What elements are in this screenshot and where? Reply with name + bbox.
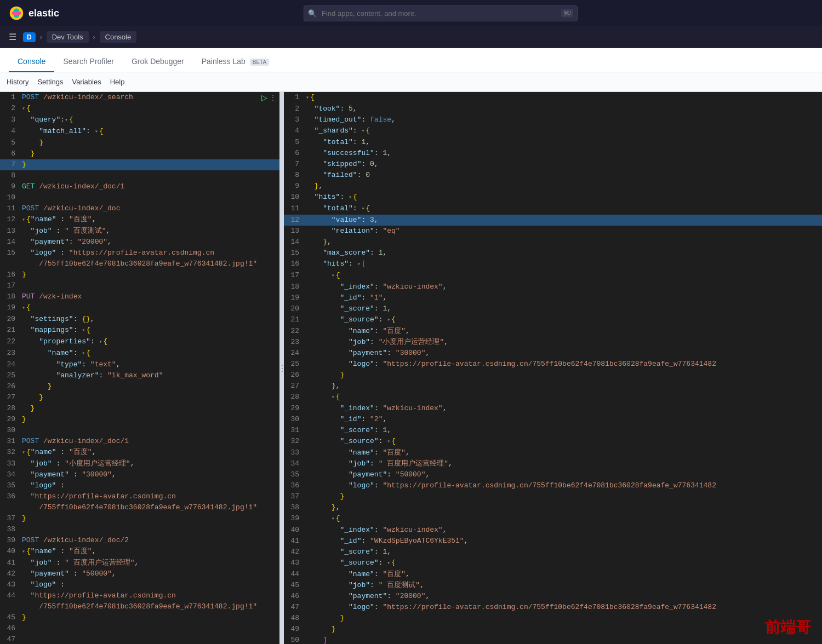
hamburger-button[interactable]: ☰ xyxy=(7,30,19,44)
editor-line-41: 41 "job" : " 百度用户运营经理", xyxy=(0,557,279,568)
editor-line-24: 24 "type": "text", xyxy=(0,359,279,370)
editor-line-27: 27 } xyxy=(0,392,279,403)
output-line-19: 19 "_id": "1", xyxy=(284,292,822,303)
editor-line-18: 18 PUT /wzk-index xyxy=(0,291,279,302)
line-actions: ▷ ⋮ xyxy=(261,92,279,103)
breadcrumb-chevron: › xyxy=(40,33,42,41)
beta-badge: BETA xyxy=(250,59,269,66)
output-line-48: 48 } xyxy=(284,613,822,624)
elastic-logo-text: elastic xyxy=(28,8,59,19)
output-line-27: 27 }, xyxy=(284,381,822,392)
editor-line-46: 46 xyxy=(0,623,279,634)
editor-line-37: 37 } xyxy=(0,513,279,524)
editor-line-44b: /755ff10be62f4e7081bc36028fa9eafe_w77634… xyxy=(0,601,279,612)
editor-line-3: 3 "query":▾{ xyxy=(0,114,279,126)
output-line-46: 46 "payment": "20000", xyxy=(284,591,822,602)
tab-painless-lab[interactable]: Painless Lab BETA xyxy=(193,51,278,72)
output-line-36: 36 "logo": "https://profile-avatar.csdni… xyxy=(284,480,822,491)
output-line-35: 35 "payment": "50000", xyxy=(284,469,822,480)
output-panel[interactable]: 1 ▾{ 2 "took": 5, 3 "timed_out": false, … xyxy=(284,92,822,644)
output-line-9: 9 }, xyxy=(284,181,822,192)
editor-line-10: 10 xyxy=(0,192,279,203)
editor-line-22: 22 "properties": ▾{ xyxy=(0,336,279,348)
dev-tools-badge: D xyxy=(23,32,36,42)
editor-line-14: 14 "payment": "20000", xyxy=(0,237,279,248)
output-line-43: 43 "_source": ▾{ xyxy=(284,557,822,569)
output-line-17: 17 ▾{ xyxy=(284,270,822,281)
search-shortcut: ⌘/ xyxy=(561,9,573,18)
tab-search-profiler[interactable]: Search Profiler xyxy=(54,51,123,72)
global-search-input[interactable] xyxy=(304,5,578,21)
output-line-16: 16 "hits": ▾[ xyxy=(284,258,822,270)
output-line-1: 1 ▾{ xyxy=(284,92,822,104)
editor-line-1: 1 POST /wzkicu-index/_search ▷ ⋮ xyxy=(0,92,279,103)
output-line-39: 39 ▾{ xyxy=(284,513,822,525)
breadcrumb-chevron-2: › xyxy=(93,33,95,41)
editor-line-13: 13 "job" : " 百度测试", xyxy=(0,226,279,237)
help-button[interactable]: Help xyxy=(110,76,125,88)
variables-button[interactable]: Variables xyxy=(72,76,101,88)
editor-line-20: 20 "settings": {}, xyxy=(0,314,279,325)
dev-tools-link[interactable]: Dev Tools xyxy=(47,31,89,43)
editor-line-7: 7 } xyxy=(0,159,279,170)
svg-point-2 xyxy=(12,11,21,16)
console-link[interactable]: Console xyxy=(100,31,137,43)
settings-button[interactable]: Settings xyxy=(37,76,63,88)
output-line-2: 2 "took": 5, xyxy=(284,104,822,114)
output-line-49: 49 } xyxy=(284,624,822,635)
tab-grok-debugger[interactable]: Grok Debugger xyxy=(123,51,193,72)
resize-handle[interactable]: ⋮ xyxy=(279,92,284,644)
editor-line-26: 26 } xyxy=(0,381,279,392)
editor-line-2: 2 ▾{ xyxy=(0,103,279,114)
output-line-6: 6 "successful": 1, xyxy=(284,148,822,159)
output-line-33: 33 "name": "百度", xyxy=(284,447,822,458)
elastic-logo[interactable]: elastic xyxy=(9,5,59,21)
output-line-13: 13 "relation": "eq" xyxy=(284,226,822,237)
output-line-20: 20 "_score": 1, xyxy=(284,303,822,314)
second-bar: ☰ D › Dev Tools › Console xyxy=(0,26,822,48)
editor-line-17: 17 xyxy=(0,280,279,291)
output-line-40: 40 "_index": "wzkicu-index", xyxy=(284,525,822,536)
editor-line-30: 30 xyxy=(0,425,279,436)
editor-line-35: 35 "logo" : xyxy=(0,480,279,491)
editor-line-8: 8 xyxy=(0,170,279,181)
output-line-37: 37 } xyxy=(284,491,822,502)
editor-line-19: 19 ▾{ xyxy=(0,302,279,314)
editor-line-15: 15 "logo" : "https://profile-avatar.csdn… xyxy=(0,248,279,258)
output-line-29: 29 "_index": "wzkicu-index", xyxy=(284,403,822,414)
editor-line-34: 34 "payment" : "30000", xyxy=(0,469,279,480)
output-line-21: 21 "_source": ▾{ xyxy=(284,314,822,326)
editor-line-11: 11 POST /wzkicu-index/_doc xyxy=(0,203,279,214)
output-line-14: 14 }, xyxy=(284,237,822,248)
output-line-7: 7 "skipped": 0, xyxy=(284,159,822,170)
editor-line-6: 6 } xyxy=(0,148,279,159)
output-line-50: 50 ] xyxy=(284,635,822,644)
tab-console[interactable]: Console xyxy=(9,51,54,72)
output-line-30: 30 "_id": "2", xyxy=(284,414,822,425)
editor-line-31: 31 POST /wzkicu-index/_doc/1 xyxy=(0,436,279,447)
global-search[interactable]: 🔍 ⌘/ xyxy=(304,5,578,21)
output-line-24: 24 "payment": "30000", xyxy=(284,348,822,359)
search-icon: 🔍 xyxy=(308,9,317,18)
output-line-47: 47 "logo": "https://profile-avatar.csdni… xyxy=(284,602,822,613)
editor-panel[interactable]: 1 POST /wzkicu-index/_search ▷ ⋮ 2 ▾{ 3 … xyxy=(0,92,279,644)
output-line-18: 18 "_index": "wzkicu-index", xyxy=(284,281,822,292)
output-line-44: 44 "name": "百度", xyxy=(284,569,822,580)
editor-line-39: 39 POST /wzkicu-index/_doc/2 xyxy=(0,535,279,546)
editor-line-47: 47 xyxy=(0,634,279,644)
output-line-23: 23 "job": "小度用户运营经理", xyxy=(284,337,822,348)
output-line-45: 45 "job": " 百度测试", xyxy=(284,580,822,591)
output-line-31: 31 "_score": 1, xyxy=(284,425,822,436)
output-line-5: 5 "total": 1, xyxy=(284,137,822,148)
editor-line-42: 42 "payment" : "50000", xyxy=(0,568,279,579)
editor-line-25: 25 "analyzer": "ik_max_word" xyxy=(0,370,279,381)
history-button[interactable]: History xyxy=(7,76,28,88)
editor-line-36: 36 "https://profile-avatar.csdnimg.cn xyxy=(0,491,279,502)
editor-line-38: 38 xyxy=(0,524,279,535)
editor-line-32: 32 ▾{"name" : "百度", xyxy=(0,447,279,458)
editor-line-40: 40 ▾{"name" : "百度", xyxy=(0,546,279,557)
run-button[interactable]: ▷ xyxy=(261,93,267,102)
output-line-22: 22 "name": "百度", xyxy=(284,326,822,337)
output-line-4: 4 "_shards": ▾{ xyxy=(284,125,822,137)
more-button[interactable]: ⋮ xyxy=(270,94,276,101)
